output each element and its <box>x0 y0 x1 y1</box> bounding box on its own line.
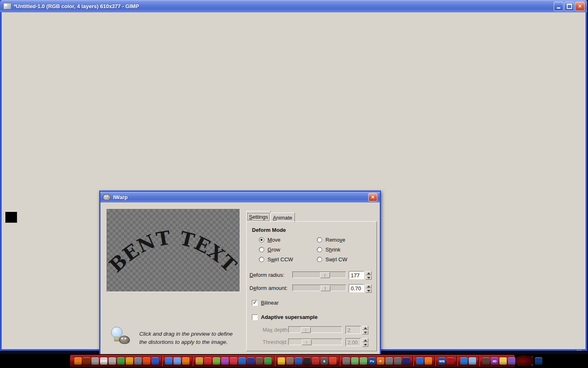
taskbar-icon-55[interactable] <box>508 357 515 365</box>
taskbar-icon-5[interactable] <box>109 357 116 365</box>
taskbar-icon-8[interactable] <box>134 357 142 365</box>
taskbar-icon-2[interactable] <box>83 357 90 365</box>
preview-bent-text-art: BENT TEXT <box>107 209 239 291</box>
minimize-button[interactable] <box>554 2 564 11</box>
taskbar-icon-34[interactable] <box>343 357 350 365</box>
radio-button <box>259 247 264 252</box>
slider-deform-radius[interactable] <box>292 272 346 278</box>
spin-up[interactable] <box>365 271 372 275</box>
taskbar-icon-41[interactable] <box>403 357 410 365</box>
taskbar-icon-30[interactable] <box>312 357 319 365</box>
spin-down[interactable] <box>365 289 372 293</box>
taskbar-icon-46[interactable]: WB <box>438 357 445 365</box>
wilber-icon <box>103 194 111 200</box>
close-icon: ✕ <box>371 195 374 200</box>
taskbar-icon-18[interactable] <box>213 357 220 365</box>
radio-shrink[interactable]: Shrink <box>317 247 341 253</box>
taskbar-icon-53[interactable]: 3D <box>491 357 498 365</box>
close-icon: ✕ <box>578 4 581 9</box>
tab-settings[interactable]: Settings <box>246 211 271 222</box>
taskbar-separator <box>479 356 480 366</box>
spin-deform-amount[interactable]: 0.70 <box>349 284 364 292</box>
taskbar-separator <box>192 356 193 366</box>
checkbox-box <box>252 300 258 306</box>
radio-swirl-ccw[interactable]: Swirl CCW <box>259 256 293 263</box>
taskbar-icon-59[interactable] <box>535 357 542 365</box>
spin-up[interactable] <box>365 284 372 288</box>
taskbar-icon-40[interactable] <box>394 357 401 365</box>
taskbar-icon-54[interactable] <box>499 357 507 365</box>
taskbar-icon-28[interactable] <box>295 357 302 365</box>
hint-line-2: the distortions to apply to the image. <box>139 338 233 346</box>
taskbar-separator <box>161 356 163 366</box>
slider-thumb-deform-amount[interactable] <box>321 285 330 291</box>
taskbar-icon-32[interactable] <box>329 357 336 365</box>
taskbar-ornament <box>515 355 533 366</box>
iwarp-title: IWarp <box>113 194 128 200</box>
taskbar-icon-36[interactable] <box>360 357 367 365</box>
taskbar-icon-37[interactable]: Ps <box>368 357 376 365</box>
iwarp-preview[interactable]: BENT TEXT <box>107 209 240 292</box>
taskbar-separator <box>434 356 436 366</box>
taskbar-icon-17[interactable] <box>204 357 212 365</box>
spin-down[interactable] <box>365 276 372 280</box>
spin-buttons-deform-radius[interactable] <box>365 271 372 280</box>
foreground-color-swatch[interactable] <box>5 211 17 223</box>
taskbar-icon-13[interactable] <box>174 357 181 365</box>
taskbar-icon-49[interactable] <box>460 357 468 365</box>
taskbar-icon-27[interactable] <box>286 357 294 365</box>
spin-down-icon <box>364 344 367 346</box>
radio-grow[interactable]: Grow <box>259 247 280 253</box>
maximize-button[interactable] <box>564 2 574 11</box>
taskbar-icon-12[interactable] <box>165 357 172 365</box>
taskbar-icon-6[interactable] <box>117 357 125 365</box>
taskbar-icon-16[interactable] <box>196 357 203 365</box>
taskbar-icon-29[interactable] <box>303 357 311 365</box>
taskbar-icon-1[interactable] <box>74 357 82 365</box>
iwarp-close-button[interactable]: ✕ <box>368 193 377 202</box>
gimp-titlebar[interactable]: *Untitled-1.0 (RGB color, 4 layers) 610x… <box>0 0 587 12</box>
taskbar-icon-10[interactable] <box>151 357 159 365</box>
taskbar-icon-39[interactable] <box>385 357 393 365</box>
taskbar-icon-47[interactable] <box>447 357 454 365</box>
checkbox-adaptive-supersample[interactable]: Adaptive supersample <box>252 314 318 320</box>
taskbar-icon-14[interactable] <box>182 357 189 365</box>
taskbar-icon-24[interactable] <box>264 357 272 365</box>
taskbar-icon-26[interactable] <box>278 357 285 365</box>
taskbar-icon-9[interactable] <box>143 357 150 365</box>
taskbar-icon-50[interactable] <box>469 357 476 365</box>
taskbar-icon-19[interactable] <box>221 357 229 365</box>
taskbar-icon-22[interactable] <box>247 357 254 365</box>
checkbox-bilinear[interactable]: Bilinear <box>252 300 278 306</box>
spin-down-icon <box>367 277 370 279</box>
taskbar-icon-4[interactable]: FTP <box>100 357 107 365</box>
taskbar-icon-44[interactable] <box>425 357 432 365</box>
slider-thumb-deform-radius[interactable] <box>320 272 330 278</box>
spin-buttons-deform-amount[interactable] <box>365 284 372 293</box>
iwarp-hint: Click and drag in the preview to define … <box>139 330 233 346</box>
spin-up-icon <box>367 272 370 274</box>
taskbar-icon-31[interactable]: $ <box>321 357 328 365</box>
close-button[interactable]: ✕ <box>575 2 585 11</box>
spin-deform-radius[interactable]: 177 <box>349 271 364 279</box>
radio-move[interactable]: Move <box>259 237 281 243</box>
taskbar-icon-23[interactable] <box>256 357 263 365</box>
radio-button <box>259 237 264 242</box>
taskbar-icon-38[interactable]: F <box>377 357 384 365</box>
taskbar-separator <box>339 356 340 366</box>
label-max-depth: Max depth: <box>263 327 289 333</box>
taskbar-icon-35[interactable] <box>351 357 359 365</box>
taskbar-icon-3[interactable] <box>91 357 99 365</box>
slider-deform-amount[interactable] <box>292 285 346 291</box>
taskbar-icon-7[interactable] <box>126 357 133 365</box>
taskbar-icon-43[interactable] <box>416 357 423 365</box>
iwarp-dialog: IWarp ✕ BENT TEXT SettingsAnimate Deform… <box>99 191 381 361</box>
radio-remove[interactable]: Remove <box>317 237 345 243</box>
taskbar-icon-21[interactable] <box>238 357 246 365</box>
taskbar-separator <box>412 356 414 366</box>
taskbar-icon-52[interactable] <box>482 357 490 365</box>
taskbar-icon-20[interactable] <box>230 357 237 365</box>
radio-swirl-cw[interactable]: Swirl CW <box>317 256 347 263</box>
hint-line-1: Click and drag in the preview to define <box>139 330 233 338</box>
iwarp-titlebar[interactable]: IWarp ✕ <box>100 192 380 202</box>
